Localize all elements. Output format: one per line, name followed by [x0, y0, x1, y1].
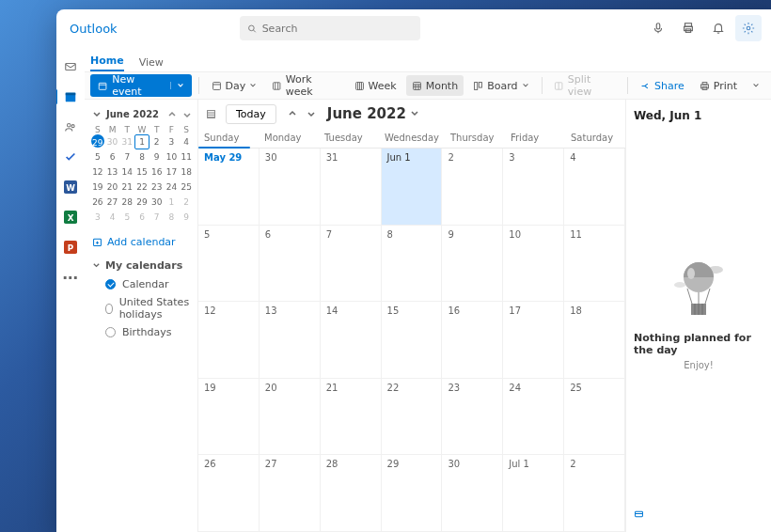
rail-excel[interactable]: X: [62, 209, 79, 226]
mini-day[interactable]: 25: [179, 180, 194, 195]
day-cell[interactable]: 8: [382, 226, 443, 303]
mini-day[interactable]: 11: [179, 149, 194, 164]
arrow-down-icon[interactable]: [182, 110, 192, 119]
day-cell[interactable]: 21: [321, 379, 382, 456]
mini-day[interactable]: 23: [149, 180, 165, 195]
mini-day[interactable]: 10: [165, 149, 180, 164]
rail-people[interactable]: [62, 118, 79, 135]
day-cell[interactable]: 19: [198, 379, 260, 456]
mini-day[interactable]: 26: [90, 195, 105, 210]
day-cell[interactable]: 12: [198, 302, 260, 379]
rail-calendar[interactable]: [62, 88, 79, 105]
mini-day[interactable]: 30: [149, 195, 165, 210]
mini-day[interactable]: 8: [165, 210, 180, 225]
mini-day[interactable]: 2: [149, 134, 165, 149]
mini-day[interactable]: 29: [134, 195, 149, 210]
mini-day[interactable]: 30: [105, 134, 120, 149]
month-grid[interactable]: May 293031Jun 12345678910111213141516171…: [198, 149, 625, 532]
mini-day[interactable]: 27: [105, 195, 120, 210]
bell-icon[interactable]: [705, 15, 732, 41]
day-cell[interactable]: 22: [382, 379, 443, 456]
calendar-item[interactable]: Calendar: [92, 275, 192, 293]
mini-day[interactable]: 12: [90, 164, 105, 180]
day-cell[interactable]: 2: [564, 455, 625, 532]
day-cell[interactable]: 23: [442, 379, 503, 456]
day-cell[interactable]: 28: [321, 455, 382, 532]
mini-day[interactable]: 6: [134, 210, 149, 225]
mini-day[interactable]: 2: [179, 195, 194, 210]
day-cell[interactable]: 6: [260, 226, 321, 303]
today-button[interactable]: Today: [226, 104, 276, 124]
chevron-down-icon[interactable]: [92, 110, 102, 119]
tab-home[interactable]: Home: [90, 55, 124, 71]
next-month-button[interactable]: [303, 105, 320, 122]
mini-day[interactable]: 21: [119, 180, 134, 195]
mini-day[interactable]: 3: [90, 210, 105, 225]
day-cell[interactable]: 5: [198, 226, 260, 303]
mini-day[interactable]: 5: [119, 210, 134, 225]
mini-day[interactable]: 24: [165, 180, 180, 195]
calendar-item[interactable]: United States holidays: [92, 293, 192, 323]
my-calendars-header[interactable]: My calendars: [92, 259, 192, 275]
day-cell[interactable]: 18: [564, 302, 625, 379]
mini-day[interactable]: 5: [90, 149, 105, 164]
mini-day[interactable]: 29: [91, 134, 104, 148]
day-cell[interactable]: 26: [198, 455, 260, 532]
mini-calendar[interactable]: 2930311234567891011121314151617181920212…: [90, 134, 194, 225]
mini-day[interactable]: 4: [105, 210, 120, 225]
day-cell[interactable]: 30: [442, 455, 503, 532]
month-title[interactable]: June 2022: [327, 105, 419, 122]
day-cell[interactable]: 25: [564, 379, 625, 456]
day-cell[interactable]: 14: [321, 302, 382, 379]
day-cell[interactable]: 31: [321, 149, 382, 226]
day-cell[interactable]: 9: [442, 226, 503, 303]
mini-day[interactable]: 18: [179, 164, 194, 180]
day-cell[interactable]: Jul 1: [503, 455, 564, 532]
checkbox[interactable]: [105, 327, 116, 337]
day-cell[interactable]: 10: [503, 226, 564, 303]
search-input[interactable]: [262, 23, 413, 35]
mini-day[interactable]: 22: [134, 180, 149, 195]
mini-day[interactable]: 4: [179, 134, 194, 149]
rail-more[interactable]: ⋯: [62, 269, 79, 286]
view-workweek-button[interactable]: Work week: [266, 75, 344, 96]
share-button[interactable]: Share: [635, 75, 690, 96]
rail-mail[interactable]: [62, 58, 79, 75]
ribbon-expand[interactable]: [747, 75, 765, 96]
day-cell[interactable]: 17: [503, 302, 564, 379]
view-month-button[interactable]: Month: [406, 75, 464, 96]
mini-day[interactable]: 15: [134, 164, 149, 180]
day-cell[interactable]: Jun 1: [382, 149, 443, 226]
density-icon[interactable]: [206, 109, 216, 119]
checkbox[interactable]: [105, 279, 116, 289]
day-cell[interactable]: 11: [564, 226, 625, 303]
mini-day[interactable]: 8: [134, 149, 149, 164]
view-board-button[interactable]: Board: [467, 75, 534, 96]
mini-day[interactable]: 20: [105, 180, 120, 195]
day-cell[interactable]: 29: [382, 455, 443, 532]
day-cell[interactable]: 3: [503, 149, 564, 226]
day-cell[interactable]: 4: [564, 149, 625, 226]
card-icon[interactable]: [634, 509, 644, 519]
mini-day[interactable]: 17: [165, 164, 180, 180]
print-button[interactable]: Print: [694, 75, 743, 96]
day-cell[interactable]: 2: [442, 149, 503, 226]
prev-month-button[interactable]: [284, 105, 301, 122]
calendar-item[interactable]: Birthdays: [92, 323, 192, 341]
arrow-up-icon[interactable]: [167, 110, 177, 119]
print-icon[interactable]: [675, 15, 701, 41]
chevron-down-icon[interactable]: [170, 82, 184, 89]
mini-day[interactable]: 19: [90, 180, 105, 195]
view-week-button[interactable]: Week: [349, 75, 402, 96]
mini-day[interactable]: 13: [105, 164, 120, 180]
day-cell[interactable]: May 29: [198, 149, 260, 226]
rail-word[interactable]: W: [62, 179, 79, 196]
mini-day[interactable]: 14: [119, 164, 134, 180]
new-event-button[interactable]: New event: [90, 74, 192, 97]
mini-day[interactable]: 7: [149, 210, 165, 225]
mini-day[interactable]: 9: [149, 149, 165, 164]
mini-day[interactable]: 9: [179, 210, 194, 225]
mini-day[interactable]: 6: [105, 149, 120, 164]
rail-powerpoint[interactable]: P: [62, 239, 79, 256]
mini-day[interactable]: 16: [149, 164, 165, 180]
